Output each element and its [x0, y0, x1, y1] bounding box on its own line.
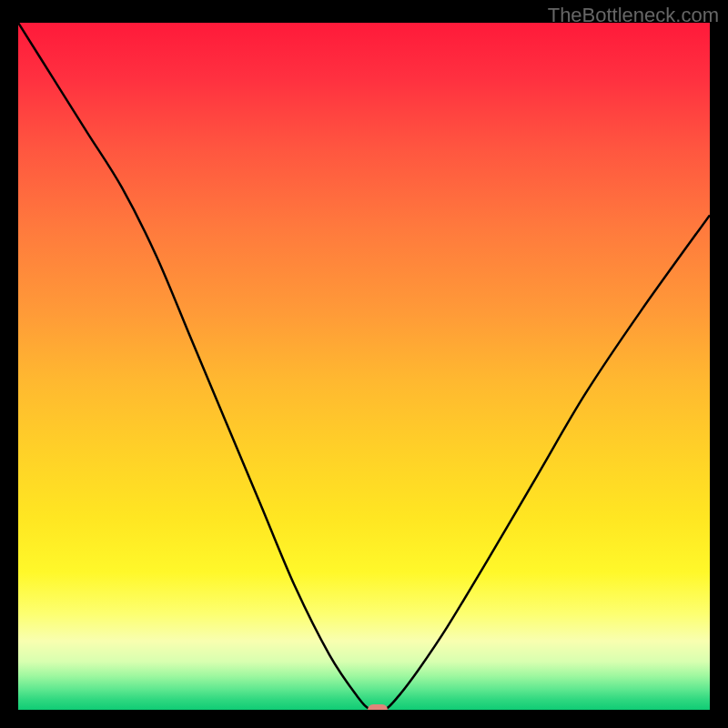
watermark-text: TheBottleneck.com: [548, 4, 719, 27]
optimal-marker: [368, 704, 388, 710]
bottleneck-curve: [18, 23, 710, 710]
plot-area: [18, 23, 710, 710]
